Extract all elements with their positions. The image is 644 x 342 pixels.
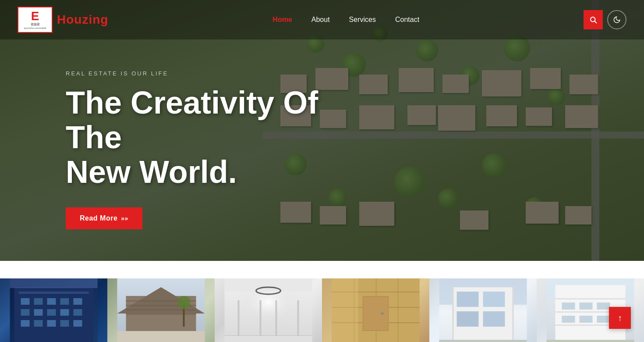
gallery-image-4 <box>322 278 429 342</box>
svg-rect-51 <box>364 297 388 330</box>
svg-line-1 <box>594 21 596 23</box>
svg-rect-20 <box>10 278 98 288</box>
svg-rect-18 <box>60 320 69 327</box>
svg-rect-40 <box>225 335 312 342</box>
gallery-item-3[interactable] <box>215 278 322 342</box>
svg-rect-28 <box>117 331 205 342</box>
nav-about[interactable]: About <box>304 13 338 26</box>
dark-mode-toggle[interactable] <box>607 10 626 29</box>
hero-title: The Creativity Of The New World. <box>66 86 364 190</box>
logo-url: eyunzhu.com/vdisk <box>24 27 46 29</box>
gallery-item-1[interactable] <box>0 278 107 342</box>
gallery-image-2 <box>107 278 215 342</box>
svg-rect-14 <box>74 309 82 316</box>
svg-rect-75 <box>597 316 610 323</box>
svg-rect-37 <box>260 300 262 335</box>
svg-rect-11 <box>34 309 43 316</box>
svg-rect-60 <box>483 311 505 327</box>
svg-rect-73 <box>562 316 575 323</box>
svg-rect-62 <box>513 287 514 340</box>
svg-rect-67 <box>556 298 626 299</box>
main-nav: Home About Services Contact <box>265 13 427 26</box>
svg-rect-7 <box>47 298 56 305</box>
svg-rect-39 <box>297 300 299 335</box>
gallery-image-1 <box>0 278 107 342</box>
svg-point-52 <box>381 312 384 315</box>
svg-rect-17 <box>47 320 56 327</box>
svg-rect-59 <box>457 311 479 327</box>
search-icon <box>589 16 597 24</box>
logo-box: E 资源君 eyunzhu.com/vdisk <box>18 7 53 33</box>
svg-rect-4 <box>19 292 89 294</box>
svg-rect-72 <box>597 303 610 310</box>
svg-rect-27 <box>126 314 196 315</box>
nav-home[interactable]: Home <box>265 13 300 26</box>
svg-rect-15 <box>21 320 30 327</box>
read-more-button[interactable]: Read More »» <box>66 207 142 229</box>
svg-rect-8 <box>60 298 69 305</box>
gallery-section <box>0 261 644 342</box>
search-button[interactable] <box>584 10 603 29</box>
scroll-to-top-button[interactable]: ↑ <box>609 307 631 329</box>
svg-rect-57 <box>457 292 479 307</box>
header: E 资源君 eyunzhu.com/vdisk Houzing Home Abo… <box>0 0 644 39</box>
svg-rect-58 <box>483 292 505 307</box>
svg-rect-9 <box>74 298 82 305</box>
svg-rect-38 <box>276 300 277 335</box>
logo-area: E 资源君 eyunzhu.com/vdisk Houzing <box>18 7 108 33</box>
gallery-image-5 <box>429 278 537 342</box>
hero-tagline: REAL ESTATE IS OUR LIFE <box>66 70 644 77</box>
svg-rect-53 <box>332 278 358 342</box>
svg-rect-63 <box>439 340 527 342</box>
chevrons-icon: »» <box>121 215 128 222</box>
svg-rect-5 <box>21 298 30 305</box>
header-actions <box>584 10 626 29</box>
svg-rect-76 <box>547 340 634 342</box>
logo-text: 资源君 <box>31 22 40 27</box>
svg-rect-10 <box>21 309 30 316</box>
gallery-item-5[interactable] <box>429 278 537 342</box>
svg-rect-13 <box>60 309 69 316</box>
arrow-up-icon: ↑ <box>618 313 622 323</box>
logo-letter: E <box>31 10 39 22</box>
gallery-item-2[interactable] <box>107 278 215 342</box>
svg-rect-6 <box>34 298 43 305</box>
svg-rect-33 <box>225 278 312 292</box>
svg-rect-41 <box>225 335 312 336</box>
gallery-item-4[interactable] <box>322 278 429 342</box>
svg-point-30 <box>177 296 191 309</box>
svg-rect-74 <box>580 316 593 323</box>
svg-rect-26 <box>126 309 196 310</box>
svg-rect-19 <box>74 320 82 327</box>
svg-rect-70 <box>562 303 575 310</box>
svg-rect-12 <box>47 309 56 316</box>
brand-name: Houzing <box>57 13 108 27</box>
svg-rect-36 <box>238 300 240 335</box>
svg-rect-16 <box>34 320 43 327</box>
svg-rect-71 <box>580 303 593 310</box>
gallery-image-3 <box>215 278 322 342</box>
moon-icon <box>613 16 621 24</box>
nav-contact[interactable]: Contact <box>387 13 427 26</box>
svg-rect-61 <box>453 287 454 340</box>
svg-rect-49 <box>398 278 399 342</box>
nav-services[interactable]: Services <box>341 13 384 26</box>
gallery-row <box>0 278 644 342</box>
